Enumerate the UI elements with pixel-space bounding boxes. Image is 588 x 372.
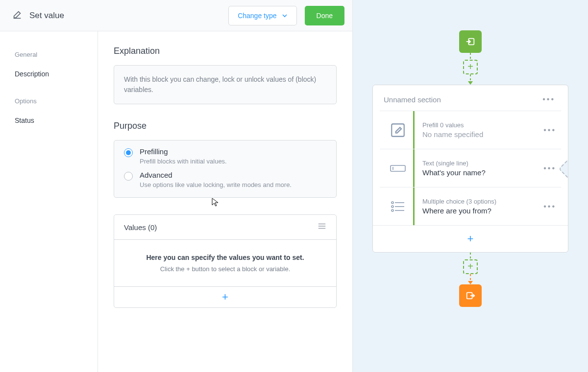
- section-menu-button[interactable]: •••: [540, 94, 557, 105]
- page-title: Set value: [29, 11, 64, 21]
- done-button[interactable]: Done: [305, 6, 344, 25]
- cursor-icon: [212, 198, 219, 209]
- row-menu-button[interactable]: •••: [541, 163, 558, 174]
- text-input-icon: [383, 163, 413, 173]
- sidebar-group-options: Options: [0, 93, 98, 110]
- values-empty-state: Here you can specify the values you want…: [114, 240, 336, 287]
- explanation-heading: Explanation: [114, 46, 337, 56]
- add-node-button[interactable]: +: [463, 259, 478, 274]
- arrow-down-icon: [468, 281, 473, 284]
- editor-sidebar: General Description Options Status: [0, 31, 98, 372]
- section-card: Unnamed section ••• Prefill 0 values No …: [372, 85, 568, 253]
- section-add-button[interactable]: +: [373, 225, 568, 252]
- values-header: Values (0): [114, 215, 336, 240]
- sidebar-item-status[interactable]: Status: [0, 110, 98, 131]
- editor-main: Explanation With this block you can chan…: [98, 31, 352, 372]
- start-node[interactable]: [459, 30, 482, 53]
- svg-point-6: [392, 206, 393, 208]
- explanation-text: With this block you can change, lock or …: [124, 74, 326, 95]
- section-title[interactable]: Unnamed section: [384, 95, 441, 104]
- connector: [470, 74, 471, 81]
- end-node[interactable]: [459, 284, 482, 307]
- editor-panel: Set value Change type Done General Descr…: [0, 0, 353, 372]
- sidebar-item-description[interactable]: Description: [0, 63, 98, 85]
- purpose-heading: Purpose: [114, 121, 337, 131]
- section-row-setvalue[interactable]: Prefill 0 values No name specified •••: [380, 111, 561, 149]
- change-type-label: Change type: [238, 12, 276, 20]
- flow-canvas[interactable]: + Unnamed section ••• Prefill 0 values N…: [353, 0, 588, 372]
- svg-point-8: [392, 209, 393, 211]
- menu-icon[interactable]: [318, 223, 326, 232]
- editor-header: Set value Change type Done: [0, 0, 352, 31]
- purpose-option-advanced[interactable]: Advanced Use options like value locking,…: [114, 168, 336, 197]
- connector: [470, 274, 471, 281]
- add-node-button[interactable]: +: [463, 60, 478, 74]
- connector: [470, 53, 471, 60]
- edit-icon: [383, 122, 413, 139]
- sidebar-group-general: General: [0, 46, 98, 63]
- radio-icon: [124, 148, 133, 157]
- svg-point-4: [392, 202, 393, 204]
- purpose-panel: Prefilling Prefill blocks with initial v…: [114, 140, 337, 198]
- row-menu-button[interactable]: •••: [541, 125, 558, 136]
- arrow-down-icon: [468, 81, 473, 85]
- values-panel: Values (0) Here you can specify the valu…: [114, 214, 337, 308]
- section-row-multichoice[interactable]: Multiple choice (3 options) Where are yo…: [380, 187, 561, 225]
- list-icon: [383, 200, 413, 213]
- values-heading: Values (0): [124, 223, 157, 232]
- radio-icon: [124, 172, 133, 181]
- connector: [470, 253, 471, 259]
- explanation-panel: With this block you can change, lock or …: [114, 65, 337, 104]
- chevron-down-icon: [282, 13, 288, 19]
- section-row-text[interactable]: Text (single line) What's your name? •••: [380, 149, 561, 187]
- edit-icon: [12, 9, 23, 22]
- values-add-button[interactable]: +: [114, 287, 336, 307]
- purpose-option-prefilling[interactable]: Prefilling Prefill blocks with initial v…: [114, 140, 336, 168]
- row-menu-button[interactable]: •••: [541, 201, 558, 212]
- change-type-button[interactable]: Change type: [228, 6, 296, 25]
